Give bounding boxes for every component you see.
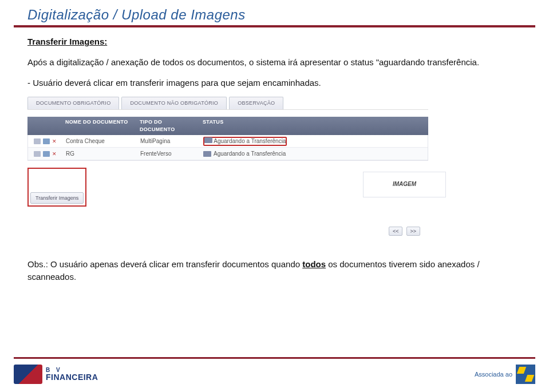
- associated-block: Associada ao: [475, 365, 535, 384]
- transfer-icon: [204, 137, 212, 143]
- cell-doc-type: FrenteVerso: [137, 150, 200, 159]
- next-image-button[interactable]: >>: [406, 227, 421, 236]
- col-name: NOME DO DOCUMENTO: [62, 117, 136, 135]
- upload-icon[interactable]: [43, 138, 50, 144]
- image-preview-panel: IMAGEM << >>: [363, 172, 446, 236]
- obs-text-prefix: Obs.: O usuário apenas deverá clicar em …: [27, 259, 302, 269]
- scan-icon[interactable]: [34, 151, 41, 157]
- col-status: STATUS: [199, 117, 291, 135]
- observation-note: Obs.: O usuário apenas deverá clicar em …: [27, 258, 522, 283]
- transfer-button-highlight: Transferir Imagens: [27, 168, 86, 207]
- cell-doc-name: Contra Cheque: [62, 137, 137, 146]
- bv-logo-mark: [14, 365, 42, 384]
- table-header: NOME DO DOCUMENTO TIPO DO DOCUMENTO STAT…: [27, 117, 428, 135]
- cell-status-text: Aguardando a Transferência: [214, 138, 286, 144]
- transfer-icon: [203, 151, 211, 157]
- table-row: ✕ Contra Cheque MultiPagina Aguardando a…: [28, 135, 428, 148]
- obs-text-bold: todos: [302, 259, 326, 269]
- tabs-row: DOCUMENTO OBRIGATÓRIO DOCUMENTO NÃO OBRI…: [27, 97, 428, 110]
- cell-doc-type: MultiPagina: [137, 137, 200, 146]
- transfer-images-button[interactable]: Transferir Imagens: [30, 192, 84, 204]
- tab-observacao[interactable]: OBSERVAÇÃO: [229, 97, 283, 109]
- title-divider: [14, 25, 535, 27]
- table-row: ✕ RG FrenteVerso Aguardando a Transferên…: [28, 148, 428, 160]
- tab-doc-nao-obrigatorio[interactable]: DOCUMENTO NÃO OBRIGATÓRIO: [121, 97, 227, 109]
- upload-icon[interactable]: [43, 151, 50, 157]
- prev-image-button[interactable]: <<: [389, 227, 403, 236]
- footer: B V FINANCEIRA Associada ao: [14, 357, 535, 384]
- banco-brasil-logo-icon: [516, 365, 535, 384]
- bv-logo-word: FINANCEIRA: [46, 373, 98, 381]
- status-highlight: Aguardando a Transferência: [203, 137, 287, 146]
- bv-financeira-logo: B V FINANCEIRA: [14, 365, 98, 384]
- section-subheading: Transferir Imagens:: [27, 35, 522, 48]
- delete-icon[interactable]: ✕: [52, 151, 57, 157]
- cell-doc-name: RG: [62, 150, 137, 159]
- delete-icon[interactable]: ✕: [52, 138, 57, 144]
- scan-icon[interactable]: [34, 138, 41, 144]
- page-title: Digitalização / Upload de Imagens: [0, 0, 549, 25]
- tab-doc-obrigatorio[interactable]: DOCUMENTO OBRIGATÓRIO: [27, 97, 119, 109]
- cell-status-text: Aguardando a Transferência: [214, 150, 286, 159]
- col-type: TIPO DO DOCUMENTO: [136, 117, 199, 135]
- intro-paragraph-2: - Usuário deverá clicar em transferir im…: [27, 77, 522, 89]
- intro-paragraph-1: Após a digitalização / anexação de todos…: [27, 56, 522, 69]
- image-preview-label: IMAGEM: [363, 172, 446, 197]
- table-body: ✕ Contra Cheque MultiPagina Aguardando a…: [27, 135, 428, 161]
- associated-text: Associada ao: [475, 371, 512, 378]
